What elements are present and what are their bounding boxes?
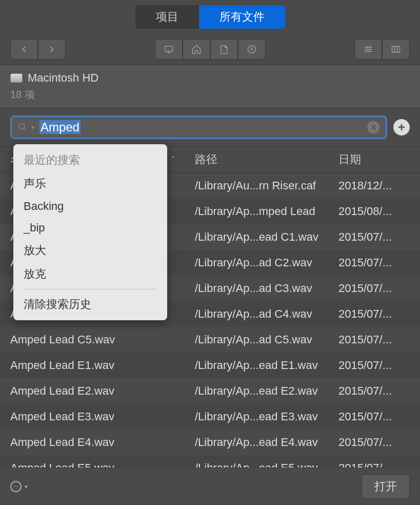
file-name-cell: Amped Lead E5.wav (0, 461, 185, 468)
table-row[interactable]: Amped Lead C5.wav /Library/Ap...ad C5.wa… (0, 327, 420, 353)
home-icon (191, 44, 202, 54)
file-path-cell: /Library/Ap...ead E5.wav (185, 461, 328, 468)
chevron-right-icon (47, 44, 57, 54)
file-date-cell: 2015/08/... (328, 205, 420, 218)
search-input[interactable]: Amped (39, 120, 367, 134)
back-button[interactable] (10, 39, 38, 60)
close-icon: ✕ (370, 123, 377, 132)
file-path-cell: /Library/Ap...ead E2.wav (185, 384, 328, 398)
top-tabs: 项目 所有文件 (0, 0, 420, 34)
search-history-item[interactable]: 放大 (13, 239, 167, 262)
item-count: 18 项 (10, 88, 410, 102)
chevron-left-icon (19, 44, 29, 54)
toolbar (0, 34, 420, 65)
table-row[interactable]: Amped Lead E3.wav /Library/Ap...ead E3.w… (0, 404, 420, 430)
nav-group (10, 39, 66, 60)
file-name-cell: Amped Lead E3.wav (0, 410, 185, 423)
forward-button[interactable] (38, 39, 66, 60)
search-field[interactable]: ▼ Amped ✕ (10, 115, 387, 139)
file-path-cell: /Library/Ap...ad C5.wav (185, 333, 328, 346)
file-browser-window: 项目 所有文件 (0, 0, 420, 505)
search-history-item[interactable]: 声乐 (13, 172, 167, 196)
computer-icon (164, 44, 174, 54)
svg-point-3 (19, 124, 25, 129)
downloads-button[interactable] (238, 39, 266, 60)
file-path-cell: /Library/Ap...ead E4.wav (185, 436, 328, 449)
dropdown-header: 最近的搜索 (13, 148, 167, 172)
sort-ascending-icon: ˆ (172, 156, 174, 164)
documents-button[interactable] (210, 39, 238, 60)
list-view-button[interactable] (354, 39, 382, 60)
file-path-cell: /Library/Ap...ead E3.wav (185, 410, 328, 423)
chevron-down-icon: ▼ (24, 484, 29, 490)
chevron-down-icon[interactable]: ▼ (30, 125, 35, 130)
action-menu-button[interactable]: ⋯ ▼ (10, 481, 29, 492)
file-path-cell: /Library/Ap...ad C4.wav (185, 307, 328, 321)
file-path-cell: /Library/Ap...mped Lead (185, 205, 328, 218)
clear-history-item[interactable]: 清除搜索历史 (13, 293, 167, 316)
table-row[interactable]: Amped Lead E2.wav /Library/Ap...ead E2.w… (0, 378, 420, 404)
file-path-cell: /Library/Au...rn Riser.caf (185, 179, 328, 192)
file-date-cell: 2015/07/... (328, 307, 420, 321)
download-icon (247, 44, 257, 54)
file-date-cell: 2015/07/... (328, 256, 420, 269)
bottom-bar: ⋯ ▼ 打开 (0, 468, 420, 505)
file-name-cell: Amped Lead E1.wav (0, 359, 185, 372)
file-date-cell: 2015/07/... (328, 410, 420, 423)
file-name-cell: Amped Lead C5.wav (0, 333, 185, 346)
search-history-dropdown: 最近的搜索 声乐 Backing _bip 放大 放克 清除搜索历史 (13, 144, 167, 320)
document-icon (219, 44, 229, 54)
file-date-cell: 2015/07/... (328, 436, 420, 449)
open-button[interactable]: 打开 (362, 474, 410, 499)
file-date-cell: 2015/07/... (328, 230, 420, 244)
column-view-button[interactable] (382, 39, 410, 60)
list-icon (363, 44, 373, 54)
columns-icon (391, 44, 401, 54)
table-row[interactable]: Amped Lead E4.wav /Library/Ap...ead E4.w… (0, 430, 420, 455)
add-filter-button[interactable]: + (393, 119, 410, 135)
search-history-item[interactable]: Backing (13, 196, 167, 217)
location-group (155, 39, 266, 60)
location-bar: Macintosh HD 18 项 (0, 65, 420, 108)
svg-rect-2 (392, 46, 400, 52)
file-name-cell: Amped Lead E2.wav (0, 384, 185, 398)
table-row[interactable]: Amped Lead E1.wav /Library/Ap...ead E1.w… (0, 353, 420, 378)
divider (24, 289, 157, 289)
tab-project[interactable]: 项目 (135, 5, 199, 29)
computer-button[interactable] (155, 39, 183, 60)
search-history-item[interactable]: 放克 (13, 262, 167, 286)
table-row[interactable]: Amped Lead E5.wav /Library/Ap...ead E5.w… (0, 455, 420, 468)
search-row: ▼ Amped ✕ + 最近的搜索 声乐 Backing _bip 放大 放克 … (0, 108, 420, 146)
file-date-cell: 2015/07/... (328, 461, 420, 468)
file-date-cell: 2015/07/... (328, 359, 420, 372)
file-path-cell: /Library/Ap...ad C3.wav (185, 282, 328, 295)
column-date[interactable]: 日期 (328, 152, 420, 167)
file-path-cell: /Library/Ap...ad C2.wav (185, 256, 328, 269)
location-name: Macintosh HD (28, 71, 98, 85)
plus-icon: + (398, 120, 405, 134)
file-date-cell: 2018/12/... (328, 179, 420, 192)
clear-search-button[interactable]: ✕ (367, 121, 379, 133)
file-path-cell: /Library/Ap...ead C1.wav (185, 230, 328, 244)
file-date-cell: 2015/07/... (328, 384, 420, 398)
file-path-cell: /Library/Ap...ead E1.wav (185, 359, 328, 372)
column-path[interactable]: 路径 (185, 152, 328, 167)
file-date-cell: 2015/07/... (328, 282, 420, 295)
drive-icon (10, 73, 23, 83)
home-button[interactable] (183, 39, 210, 60)
tab-all-files[interactable]: 所有文件 (199, 5, 285, 29)
search-icon (18, 123, 27, 132)
search-history-item[interactable]: _bip (13, 217, 167, 239)
file-date-cell: 2015/07/... (328, 333, 420, 346)
file-name-cell: Amped Lead E4.wav (0, 436, 185, 449)
ellipsis-icon: ⋯ (10, 481, 22, 492)
svg-rect-0 (165, 46, 172, 51)
view-group (354, 39, 410, 60)
